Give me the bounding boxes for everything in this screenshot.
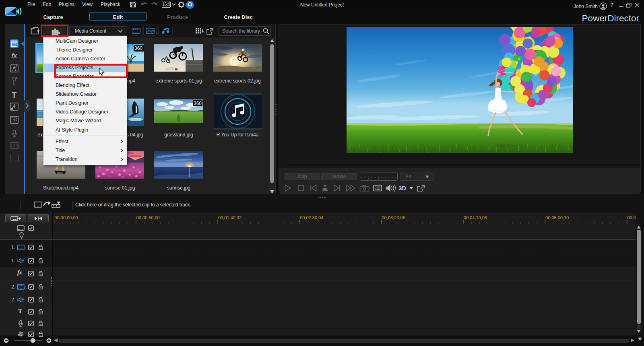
svg-text:00;00;50;00: 00;00;50;00 — [136, 215, 160, 220]
svg-text:360: 360 — [194, 101, 202, 106]
svg-text:3D: 3D — [398, 185, 406, 192]
svg-text:00;00;00;00: 00;00;00;00 — [54, 215, 78, 220]
svg-text:00;03;20;06: 00;03;20;06 — [382, 215, 405, 220]
svg-text:360: 360 — [134, 45, 142, 51]
svg-text:00;02;30;04: 00;02;30;04 — [300, 215, 323, 220]
svg-text:00;01;40;02: 00;01;40;02 — [218, 215, 242, 220]
svg-text:00;05;50;12: 00;05;50;12 — [627, 215, 636, 220]
svg-text:00;04;10;08: 00;04;10;08 — [464, 215, 487, 220]
svg-text:00;05;00;10: 00;05;00;10 — [545, 215, 569, 220]
